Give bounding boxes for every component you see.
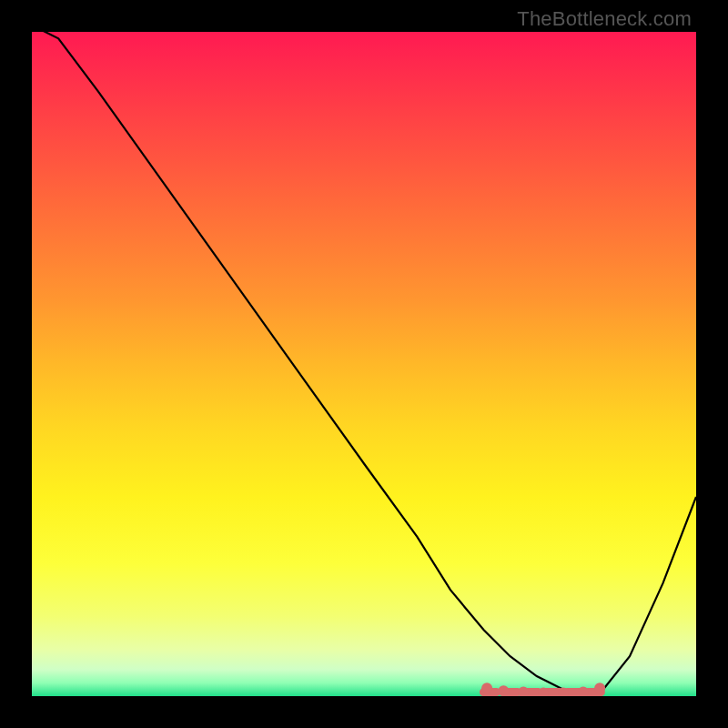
optimal-marker [498, 685, 509, 696]
bottleneck-curve-layer [32, 32, 696, 696]
attribution-label: TheBottleneck.com [517, 7, 692, 31]
optimal-markers [481, 682, 605, 696]
chart-frame: TheBottleneck.com [0, 0, 728, 728]
optimal-marker [594, 682, 605, 693]
optimal-marker [481, 682, 492, 693]
plot-area [32, 32, 696, 696]
bottleneck-curve [32, 32, 696, 693]
